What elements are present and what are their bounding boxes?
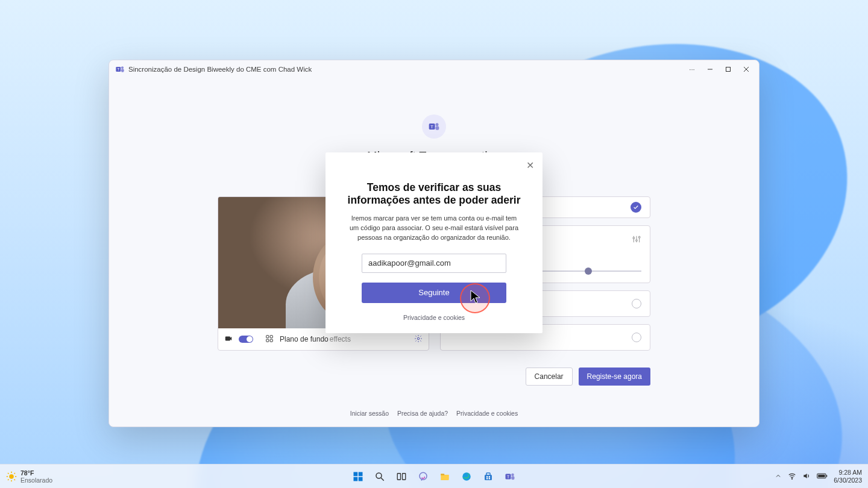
camera-icon xyxy=(224,334,233,345)
svg-rect-15 xyxy=(270,339,272,342)
settings-gear-icon[interactable] xyxy=(414,334,423,345)
sliders-icon[interactable] xyxy=(632,234,641,246)
svg-point-1 xyxy=(121,66,124,69)
svg-line-37 xyxy=(381,478,384,481)
battery-icon[interactable] xyxy=(817,472,828,481)
svg-rect-34 xyxy=(354,477,358,481)
svg-rect-10 xyxy=(436,126,439,130)
volume-slider-thumb[interactable] xyxy=(585,267,592,275)
svg-point-23 xyxy=(9,474,14,479)
svg-rect-48 xyxy=(489,478,490,479)
checkmark-selected-icon xyxy=(631,202,641,213)
minimize-button[interactable] xyxy=(701,60,719,78)
svg-rect-51 xyxy=(511,476,514,480)
window-titlebar[interactable]: T Sincronização de Design Biweekly do CM… xyxy=(109,60,759,78)
verify-info-dialog: ✕ Temos de verificar as suas informações… xyxy=(326,152,542,333)
task-view-button[interactable] xyxy=(393,468,410,485)
svg-rect-45 xyxy=(486,476,488,477)
need-help-link[interactable]: Precisa de ajuda? xyxy=(397,410,448,417)
svg-rect-14 xyxy=(266,339,269,342)
footer-links: Iniciar sessão Precisa de ajuda? Privaci… xyxy=(109,410,759,417)
teams-app-icon: T xyxy=(115,64,125,74)
svg-text:T: T xyxy=(430,124,433,130)
clock-date: 6/30/2023 xyxy=(834,477,862,484)
svg-line-31 xyxy=(14,473,16,474)
action-row: Cancelar Registe-se agora xyxy=(218,368,650,386)
svg-rect-2 xyxy=(121,69,124,72)
svg-line-30 xyxy=(8,479,9,480)
camera-toggle[interactable] xyxy=(239,336,253,343)
svg-point-36 xyxy=(376,473,382,478)
taskbar-clock[interactable]: 9:28 AM 6/30/2023 xyxy=(834,469,862,483)
weather-sunny-icon xyxy=(6,471,17,482)
window-title: Sincronização de Design Biweekly do CME … xyxy=(128,66,312,73)
svg-rect-12 xyxy=(266,335,269,337)
teams-taskbar-button[interactable]: T xyxy=(502,468,518,485)
radio-unselected-icon[interactable] xyxy=(632,333,641,342)
svg-rect-35 xyxy=(359,477,363,481)
more-button[interactable]: ··· xyxy=(683,60,701,78)
register-now-button[interactable]: Registe-se agora xyxy=(579,368,650,386)
svg-line-28 xyxy=(8,473,9,474)
svg-point-53 xyxy=(792,478,793,479)
svg-point-20 xyxy=(633,237,635,239)
svg-rect-44 xyxy=(486,473,490,475)
clock-time: 9:28 AM xyxy=(834,469,862,476)
taskbar-weather-widget[interactable]: 78°F Ensolarado xyxy=(6,469,52,484)
dialog-privacy-link[interactable]: Privacidade e cookies xyxy=(340,314,528,321)
file-explorer-button[interactable] xyxy=(436,468,453,485)
volume-icon[interactable] xyxy=(802,472,811,481)
radio-unselected-icon[interactable] xyxy=(632,299,641,308)
search-button[interactable] xyxy=(371,468,388,485)
svg-point-22 xyxy=(638,236,640,238)
chevron-up-icon[interactable] xyxy=(775,472,782,481)
svg-rect-39 xyxy=(403,473,406,480)
svg-text:T: T xyxy=(507,474,509,478)
dialog-title: Temos de verificar as suas informações a… xyxy=(340,181,528,207)
next-button[interactable]: Seguinte xyxy=(362,283,506,303)
svg-point-50 xyxy=(511,473,514,476)
svg-point-9 xyxy=(436,123,439,126)
svg-line-29 xyxy=(14,479,16,480)
taskbar-systray[interactable]: 9:28 AM 6/30/2023 xyxy=(775,469,862,483)
cancel-button[interactable]: Cancelar xyxy=(526,368,573,386)
svg-rect-55 xyxy=(826,475,828,477)
svg-rect-46 xyxy=(489,476,490,477)
microsoft-store-button[interactable] xyxy=(480,468,497,485)
windows-taskbar[interactable]: 78°F Ensolarado xyxy=(0,464,868,488)
svg-point-21 xyxy=(636,240,638,242)
svg-rect-38 xyxy=(397,473,400,480)
wifi-icon[interactable] xyxy=(788,472,796,481)
desktop-wallpaper: T Sincronização de Design Biweekly do CM… xyxy=(0,0,868,488)
start-button[interactable] xyxy=(350,468,366,485)
svg-point-16 xyxy=(417,337,420,340)
privacy-link[interactable]: Privacidade e cookies xyxy=(456,410,518,417)
background-filters-icon xyxy=(265,334,274,345)
dialog-description: Iremos marcar para ver se tem uma conta … xyxy=(347,214,521,243)
dialog-close-icon[interactable]: ✕ xyxy=(526,161,534,170)
background-effects-label[interactable]: Plano de fundoeffects xyxy=(280,335,351,343)
chat-button[interactable] xyxy=(415,468,432,485)
teams-logo-icon: T xyxy=(422,114,446,139)
svg-point-42 xyxy=(462,472,471,481)
svg-rect-13 xyxy=(270,335,272,337)
svg-rect-47 xyxy=(486,478,488,479)
svg-rect-32 xyxy=(354,472,358,476)
taskbar-center-apps: T xyxy=(350,468,518,485)
weather-temp: 78°F xyxy=(20,469,52,477)
svg-text:T: T xyxy=(117,67,119,71)
email-input[interactable] xyxy=(362,254,506,273)
maximize-button[interactable] xyxy=(719,60,737,78)
svg-rect-5 xyxy=(726,67,731,72)
close-button[interactable] xyxy=(737,60,755,78)
edge-browser-button[interactable] xyxy=(458,468,475,485)
svg-rect-41 xyxy=(441,474,444,475)
svg-rect-33 xyxy=(359,472,363,476)
weather-desc: Ensolarado xyxy=(20,477,52,484)
sign-in-link[interactable]: Iniciar sessão xyxy=(350,410,389,417)
svg-rect-56 xyxy=(819,474,825,477)
